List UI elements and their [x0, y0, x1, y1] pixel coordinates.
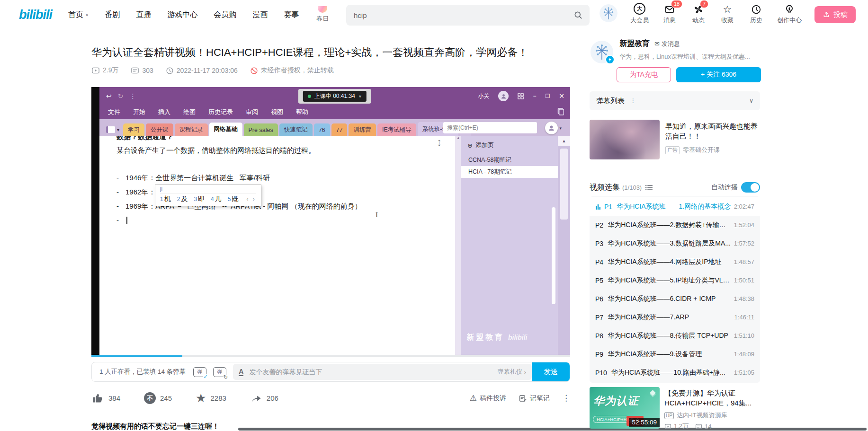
tab-ie-kaoshi[interactable]: IE考试辅导	[377, 123, 416, 136]
close-button[interactable]: ✕	[559, 92, 564, 100]
note-button[interactable]: 记笔记	[519, 394, 550, 403]
tab-kuaisubiji[interactable]: 快速笔记	[279, 123, 313, 136]
menu-history[interactable]: 历史记录	[208, 108, 233, 116]
horizontal-scrollbar[interactable]	[238, 428, 867, 431]
playlist-item[interactable]: P10华为HCIA系统班——10.路由基础+静...1:51:05	[590, 363, 760, 382]
follow-button[interactable]: + 关注 6306	[676, 67, 761, 82]
scrollbar-thumb[interactable]	[560, 149, 568, 220]
add-page-button[interactable]: ⊕ 添加页	[461, 136, 558, 154]
playlist-item[interactable]: P7华为HCIA系统班——7.ARP1:46:11	[590, 308, 760, 326]
playlist-item[interactable]: P3华为HCIA系统班——3.数据链路层及MA...1:57:52	[590, 234, 760, 253]
send-button[interactable]: 发送	[532, 362, 570, 381]
tab-xunlianying[interactable]: 训练营	[349, 123, 376, 136]
onenote-search-input[interactable]: 搜索(Ctrl+E)	[443, 122, 537, 133]
danmaku-toggle-icon[interactable]: 弹✓	[193, 367, 206, 377]
list-view-icon[interactable]	[645, 184, 653, 191]
danmaku-settings-icon[interactable]: 弹↻	[213, 367, 226, 377]
nav-game-center[interactable]: 游戏中心	[167, 10, 197, 20]
nav-vip[interactable]: 大 大会员	[630, 3, 649, 25]
nav-messages[interactable]: 18 消息	[662, 3, 678, 25]
onenote-share-button[interactable]: ▾	[545, 122, 562, 134]
page-item[interactable]: CCNA-58期笔记	[461, 154, 558, 166]
class-status-pill[interactable]: 上课中 00:41:34 ∨	[298, 89, 371, 104]
danmaku-input[interactable]	[248, 368, 492, 376]
restore-button[interactable]: ❒	[545, 93, 550, 99]
uploader-avatar[interactable]	[591, 41, 613, 63]
favorite-button[interactable]: ★ 2283	[196, 392, 226, 404]
playlist-item-current[interactable]: P1华为HCIA系统班——1.网络的基本概念2:02:47	[590, 197, 760, 216]
layout-icon[interactable]	[518, 93, 524, 99]
share-button[interactable]: 206	[250, 392, 278, 405]
ime-candidate[interactable]: 3即	[194, 195, 205, 203]
seasonal-event[interactable]: 春日	[313, 7, 332, 23]
danmaku-list-header[interactable]: 弹幕列表 ⋮ ∨	[590, 91, 760, 110]
related-uploader[interactable]: UP 达内-IT视频资源库	[664, 411, 752, 420]
playlist-item[interactable]: P8华为HCIA系统班——8.传输层 TCP+UDP1:51:10	[590, 326, 760, 345]
playback-progress-bar[interactable]	[91, 355, 570, 357]
menu-insert[interactable]: 插入	[158, 108, 170, 116]
playlist-item[interactable]: P2华为HCIA系统班——2.数据封装+传输介质1:52:04	[590, 216, 760, 234]
playlist-item[interactable]: P5华为HCIA系统班——5.IP地址分类与VLSM1:50:51	[590, 271, 760, 290]
page-item-current[interactable]: HCIA - 78期笔记	[461, 166, 558, 178]
more-actions-icon[interactable]: ⋮	[562, 393, 570, 403]
panel-collapse-strip[interactable]: ◄	[455, 136, 461, 355]
nav-history[interactable]: 历史	[748, 3, 764, 25]
menu-help[interactable]: 帮助	[296, 108, 308, 116]
avatar[interactable]	[600, 4, 617, 22]
ime-pager[interactable]: ‹ ›	[246, 196, 256, 202]
minimize-button[interactable]: −	[533, 93, 536, 99]
uploader-name[interactable]: 新盟教育	[619, 39, 650, 49]
tab-xuexi[interactable]: 学习	[123, 123, 144, 136]
like-button[interactable]: 384	[91, 392, 120, 405]
report-button[interactable]: ⚠ 稿件投诉	[470, 393, 506, 403]
search-input[interactable]	[353, 11, 573, 20]
related-video-card[interactable]: 华为认证 HCIA+HCIP+HCIE 全套 52:55:09 【免费开源】华为…	[590, 387, 761, 431]
ime-candidate[interactable]: 5既	[228, 195, 239, 203]
panel-scrollbar-thumb[interactable]	[552, 207, 555, 304]
search-icon[interactable]	[573, 10, 583, 20]
window-scrollbar[interactable]: ▲	[558, 136, 570, 355]
nav-feed[interactable]: 7 动态	[690, 3, 707, 25]
text-style-icon[interactable]: A	[239, 368, 243, 376]
autoplay-toggle[interactable]	[741, 182, 760, 193]
more-icon[interactable]: ⋮	[630, 97, 636, 104]
clipboard-icon[interactable]	[557, 107, 564, 115]
tab-wangluojichu[interactable]: 网络基础	[209, 123, 242, 136]
notebook-icon[interactable]: ▾	[106, 126, 119, 133]
tab-presales[interactable]: Pre sales	[244, 123, 278, 136]
menu-view[interactable]: 视图	[271, 108, 283, 116]
scroll-up-arrow[interactable]: ▲	[558, 136, 570, 146]
nav-creator-center[interactable]: 创作中心	[777, 3, 802, 25]
coin-button[interactable]: 不 245	[144, 392, 172, 404]
ad-card[interactable]: 早知道，原来画画兴趣也能养活自己！！ 广告 零基础公开课	[590, 120, 761, 159]
tab-77[interactable]: 77	[331, 123, 348, 136]
playlist-item[interactable]: P9华为HCIA系统班——9.设备管理1:48:09	[590, 345, 760, 363]
menu-home[interactable]: 开始	[133, 108, 145, 116]
ime-candidate[interactable]: 1机	[160, 195, 171, 203]
nav-bangumi[interactable]: 番剧	[105, 10, 120, 20]
playlist-item[interactable]: P6华为HCIA系统班——6.CIDR + ICMP1:48:38	[590, 290, 760, 308]
danmaku-etiquette-link[interactable]: 弹幕礼仪›	[498, 368, 526, 376]
tab-76[interactable]: 76	[314, 123, 330, 136]
menu-file[interactable]: 文件	[108, 108, 120, 116]
ime-candidate[interactable]: 2及	[177, 195, 188, 203]
menu-review[interactable]: 审阅	[246, 108, 258, 116]
nav-home[interactable]: 首页∨	[68, 10, 89, 20]
tab-gongkaike[interactable]: 公开课	[146, 123, 173, 136]
nav-manga[interactable]: 漫画	[252, 10, 268, 20]
bilibili-logo[interactable]: bilibili	[19, 8, 52, 22]
send-message-link[interactable]: ✉ 发消息	[654, 40, 680, 48]
nav-live[interactable]: 直播	[136, 10, 151, 20]
nav-favorites[interactable]: ☆ 收藏	[719, 3, 735, 25]
video-player[interactable]: ↩ ↻ ⋮ 上课中 00:41:34 ∨ 小关	[91, 87, 570, 358]
account-avatar[interactable]	[498, 91, 509, 101]
nav-shop[interactable]: 会员购	[214, 10, 236, 20]
tab-kechengjilu[interactable]: 课程记录	[175, 123, 208, 136]
charge-button[interactable]: 为TA充电	[617, 67, 671, 82]
note-canvas[interactable]: 数据？数据通道？ 某台设备产生了一个数据，借助整体的网络抵达目的端的过程。 -1…	[99, 136, 455, 355]
menu-draw[interactable]: 绘图	[183, 108, 196, 116]
ime-candidate[interactable]: 4几	[211, 195, 222, 203]
nav-esports[interactable]: 赛事	[284, 10, 299, 20]
playlist-item[interactable]: P4华为HCIA系统班——4.网络层及IP地址1:48:57	[590, 253, 760, 271]
upload-button[interactable]: 投稿	[814, 6, 856, 23]
